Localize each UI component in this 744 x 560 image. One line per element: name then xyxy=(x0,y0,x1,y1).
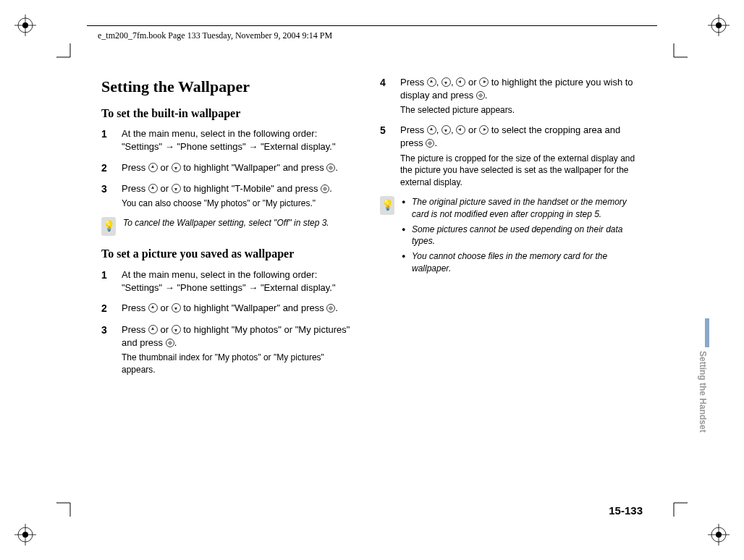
svg-point-7 xyxy=(716,22,722,28)
step-text: Press or to highlight "Wallpaper" and pr… xyxy=(122,161,358,176)
crop-mark-bl xyxy=(14,509,51,546)
lightbulb-icon: 💡 xyxy=(101,217,116,236)
tip-box-2: 💡 The original picture saved in the hand… xyxy=(380,196,637,278)
step-num: 3 xyxy=(101,182,122,210)
tip-bullet: You cannot choose files in the memory ca… xyxy=(402,250,637,275)
crop-mark-br xyxy=(693,509,730,546)
step-subtext: You can also choose "My photos" or "My p… xyxy=(122,198,358,210)
nav-down-icon xyxy=(172,184,181,193)
nav-up-icon xyxy=(148,303,158,313)
step-num: 1 xyxy=(101,127,122,153)
header-rule xyxy=(87,25,657,26)
nav-right-icon xyxy=(479,125,489,135)
tip-text: To cancel the Wallpaper setting, select … xyxy=(123,217,329,229)
step-text: Press , , or to highlight the picture yo… xyxy=(400,76,637,116)
step-2: 2 Press or to highlight "Wallpaper" and … xyxy=(101,161,358,176)
center-button-icon xyxy=(321,184,329,193)
step-subtext: The thumbnail index for "My photos" or "… xyxy=(122,352,358,376)
center-button-icon xyxy=(326,304,335,313)
step-num: 4 xyxy=(380,76,400,116)
center-button-icon xyxy=(326,164,335,172)
step-text: At the main menu, select in the followin… xyxy=(122,268,358,294)
tip-bullet: The original picture saved in the handse… xyxy=(402,196,637,221)
step-num: 3 xyxy=(101,323,122,376)
nav-down-icon xyxy=(441,125,451,135)
step-subtext: The picture is cropped for the size of t… xyxy=(400,153,637,189)
step-num: 1 xyxy=(101,268,122,294)
tab-color-block xyxy=(705,318,709,347)
section-title: Setting the Wallpaper xyxy=(101,76,358,98)
left-column: Setting the Wallpaper To set the built-i… xyxy=(101,76,358,383)
header-text: e_tm200_7fm.book Page 133 Tuesday, Novem… xyxy=(98,30,332,41)
step-num: 5 xyxy=(380,124,400,189)
step-subtext: The selected picture appears. xyxy=(400,104,637,116)
nav-down-icon xyxy=(172,303,181,313)
corner-mark xyxy=(56,502,71,517)
nav-up-icon xyxy=(427,77,436,87)
center-button-icon xyxy=(166,339,174,347)
step-2b: 2 Press or to highlight "Wallpaper" and … xyxy=(101,302,358,316)
subsection-2: To set a picture you saved as wallpaper xyxy=(101,246,358,262)
step-text: Press or to highlight "My photos" or "My… xyxy=(122,323,358,376)
page-number: 15-133 xyxy=(609,504,643,517)
center-button-icon xyxy=(426,139,434,148)
nav-left-icon xyxy=(456,125,465,135)
nav-up-icon xyxy=(148,163,158,172)
nav-up-icon xyxy=(148,184,158,193)
step-num: 2 xyxy=(101,302,122,316)
svg-point-11 xyxy=(22,532,28,538)
tab-label: Setting the Handset xyxy=(698,351,708,433)
svg-point-15 xyxy=(716,532,722,538)
svg-point-3 xyxy=(22,22,28,28)
corner-mark xyxy=(673,502,688,517)
step-3: 3 Press or to highlight "T-Mobile" and p… xyxy=(101,182,358,210)
step-text: Press , , or to select the cropping area… xyxy=(400,124,637,189)
subsection-1: To set the built-in wallpaper xyxy=(101,106,358,122)
tip-bullet: Some pictures cannot be used depending o… xyxy=(402,224,637,248)
nav-down-icon xyxy=(172,325,181,334)
step-1b: 1 At the main menu, select in the follow… xyxy=(101,268,358,294)
nav-left-icon xyxy=(456,77,465,87)
step-text: Press or to highlight "Wallpaper" and pr… xyxy=(122,302,358,316)
nav-up-icon xyxy=(148,325,158,334)
tip-box: 💡 To cancel the Wallpaper setting, selec… xyxy=(101,217,358,236)
corner-mark xyxy=(56,43,71,58)
nav-up-icon xyxy=(427,125,436,135)
tip-bullets: The original picture saved in the handse… xyxy=(402,196,637,278)
step-5: 5 Press , , or to select the cropping ar… xyxy=(380,124,637,189)
right-column: 4 Press , , or to highlight the picture … xyxy=(380,76,637,383)
nav-down-icon xyxy=(441,77,451,87)
step-text: Press or to highlight "T-Mobile" and pre… xyxy=(122,182,358,210)
nav-right-icon xyxy=(479,77,489,87)
nav-down-icon xyxy=(172,163,181,172)
step-num: 2 xyxy=(101,161,122,176)
crop-mark-tl xyxy=(14,14,51,51)
crop-mark-tr xyxy=(693,14,730,51)
step-1: 1 At the main menu, select in the follow… xyxy=(101,127,358,153)
lightbulb-icon: 💡 xyxy=(380,196,394,215)
step-text: At the main menu, select in the followin… xyxy=(122,127,358,153)
center-button-icon xyxy=(476,91,485,100)
side-tab: Setting the Handset xyxy=(696,318,709,449)
step-3b: 3 Press or to highlight "My photos" or "… xyxy=(101,323,358,376)
corner-mark xyxy=(673,43,688,58)
step-4: 4 Press , , or to highlight the picture … xyxy=(380,76,637,116)
